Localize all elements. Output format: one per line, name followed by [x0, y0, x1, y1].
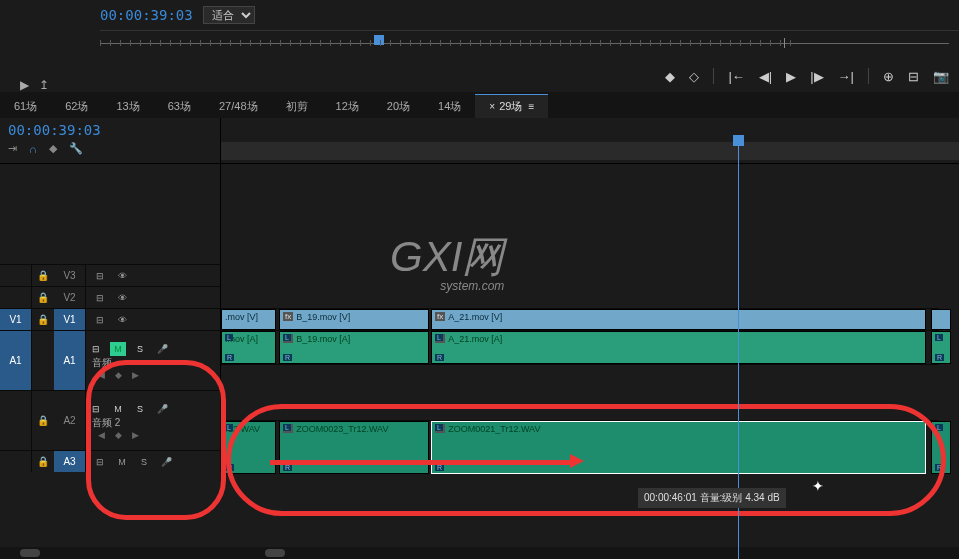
tab-20场[interactable]: 20场 [373, 95, 424, 118]
fit-select[interactable]: 适合 [203, 6, 255, 24]
goto-out-icon[interactable]: →| [838, 69, 854, 84]
goto-in-icon[interactable]: |← [728, 69, 744, 84]
track-toggle-M[interactable]: M [110, 402, 126, 416]
tab-menu-icon[interactable]: ≡ [528, 101, 534, 112]
track-toggle-mic-icon[interactable]: 🎤 [158, 455, 174, 469]
keyframe-add-icon[interactable]: ◆ [115, 370, 122, 380]
marker-add-icon[interactable]: ◆ [49, 142, 57, 155]
track-toggle-mic-icon[interactable]: 🎤 [154, 402, 170, 416]
track-target[interactable]: A3 [54, 451, 86, 472]
clip[interactable]: .mov [A]LR [221, 331, 276, 364]
channel-l: L [225, 424, 233, 431]
tab-label: 29场 [499, 100, 522, 112]
keyframe-prev-icon[interactable]: ◀ [98, 370, 105, 380]
lock-icon[interactable]: 🔒 [32, 314, 54, 325]
wrench-icon[interactable]: 🔧 [69, 142, 83, 155]
track-toggle-cam-icon[interactable]: ⊟ [88, 402, 104, 416]
timeline-ruler[interactable] [220, 118, 959, 163]
track-toggle-eye-icon[interactable]: 👁 [114, 291, 130, 305]
fx-badge[interactable]: fx [435, 312, 445, 321]
track-toggle-cam-icon[interactable]: ⊟ [92, 313, 108, 327]
mark-in-icon[interactable]: ◆ [665, 69, 675, 84]
play-around-icon[interactable]: ▶ [20, 78, 29, 92]
track-target[interactable]: V3 [54, 265, 86, 286]
track-target[interactable]: A2 [54, 391, 86, 450]
export-icon[interactable]: ↥ [39, 78, 49, 92]
lock-icon[interactable]: 🔒 [32, 415, 54, 426]
play-icon[interactable]: ▶ [786, 69, 796, 84]
step-back-icon[interactable]: ◀| [759, 69, 772, 84]
fx-badge[interactable]: fx [283, 312, 293, 321]
clip[interactable]: fxA_21.mov [A]LR [431, 331, 926, 364]
playhead-handle[interactable] [733, 135, 744, 146]
tab-label: 63场 [168, 100, 191, 112]
track-toggle-mic-icon[interactable]: 🎤 [154, 342, 170, 356]
track-toggle-cam-icon[interactable]: ⊟ [92, 269, 108, 283]
clip-label: B_19.mov [V] [296, 312, 350, 322]
clip[interactable]: fxZOOM0021_Tr12.WAVLR [431, 421, 926, 474]
h-scrollbar[interactable] [0, 547, 959, 559]
tab-13场[interactable]: 13场 [103, 95, 154, 118]
overwrite-icon[interactable]: ⊟ [908, 69, 919, 84]
clip[interactable]: .mov [V] [221, 309, 276, 330]
track-toggle-M[interactable]: M [110, 342, 126, 356]
insert-icon[interactable]: ⊕ [883, 69, 894, 84]
track-target[interactable]: V2 [54, 287, 86, 308]
clip[interactable]: r12.WAVLR [221, 421, 276, 474]
linked-sel-icon[interactable]: ∩ [29, 143, 37, 155]
clip[interactable]: fxB_19.mov [A]LR [279, 331, 429, 364]
track-toggle-S[interactable]: S [132, 402, 148, 416]
source-patch[interactable] [0, 287, 32, 308]
tab-初剪[interactable]: 初剪 [272, 95, 322, 118]
source-patch[interactable] [0, 451, 32, 472]
track-toggle-cam-icon[interactable]: ⊟ [92, 455, 108, 469]
source-patch[interactable] [0, 391, 32, 450]
clip[interactable]: fxA_21.mov [V] [431, 309, 926, 330]
keyframe-prev-icon[interactable]: ◀ [98, 430, 105, 440]
step-fwd-icon[interactable]: |▶ [810, 69, 823, 84]
clip[interactable]: fxB_19.mov [V] [279, 309, 429, 330]
track-toggle-eye-icon[interactable]: 👁 [114, 313, 130, 327]
source-scrubber[interactable] [100, 30, 959, 60]
track-toggle-S[interactable]: S [136, 455, 152, 469]
source-patch[interactable] [0, 265, 32, 286]
cursor-icon: ✦ [812, 478, 824, 494]
mark-out-icon[interactable]: ◇ [689, 69, 699, 84]
tab-61场[interactable]: 61场 [0, 95, 51, 118]
track-toggle-S[interactable]: S [132, 342, 148, 356]
tab-14场[interactable]: 14场 [424, 95, 475, 118]
track-toggle-M[interactable]: M [114, 455, 130, 469]
keyframe-add-icon[interactable]: ◆ [115, 430, 122, 440]
tab-label: 27/48场 [219, 100, 258, 112]
track-toggle-eye-icon[interactable]: 👁 [114, 269, 130, 283]
channel-l: L [935, 334, 943, 341]
source-patch[interactable]: V1 [0, 309, 32, 330]
source-patch[interactable]: A1 [0, 331, 32, 390]
clip[interactable]: LR [931, 421, 951, 474]
tab-63场[interactable]: 63场 [154, 95, 205, 118]
snap-icon[interactable]: ⇥ [8, 142, 17, 155]
tab-62场[interactable]: 62场 [51, 95, 102, 118]
source-playhead[interactable] [374, 35, 384, 45]
lock-icon[interactable]: 🔒 [32, 456, 54, 467]
channel-r: R [435, 464, 444, 471]
track-toggle-cam-icon[interactable]: ⊟ [88, 342, 104, 356]
clip[interactable]: LR [931, 331, 951, 364]
timeline-timecode[interactable]: 00:00:39:03 [8, 122, 212, 138]
close-icon[interactable]: × [489, 101, 495, 112]
track-toggle-cam-icon[interactable]: ⊟ [92, 291, 108, 305]
clip[interactable]: fxZOOM0023_Tr12.WAVLR [279, 421, 429, 474]
lock-icon[interactable]: 🔒 [32, 292, 54, 303]
track-target[interactable]: A1 [54, 331, 86, 390]
keyframe-next-icon[interactable]: ▶ [132, 430, 139, 440]
lock-icon[interactable]: 🔒 [32, 270, 54, 281]
export-frame-icon[interactable]: 📷 [933, 69, 949, 84]
channel-l: L [435, 334, 443, 341]
track-target[interactable]: V1 [54, 309, 86, 330]
channel-l: L [283, 424, 291, 431]
tab-27/48场[interactable]: 27/48场 [205, 95, 272, 118]
keyframe-next-icon[interactable]: ▶ [132, 370, 139, 380]
clip[interactable] [931, 309, 951, 330]
tab-29场[interactable]: ×29场≡ [475, 94, 548, 118]
tab-12场[interactable]: 12场 [322, 95, 373, 118]
